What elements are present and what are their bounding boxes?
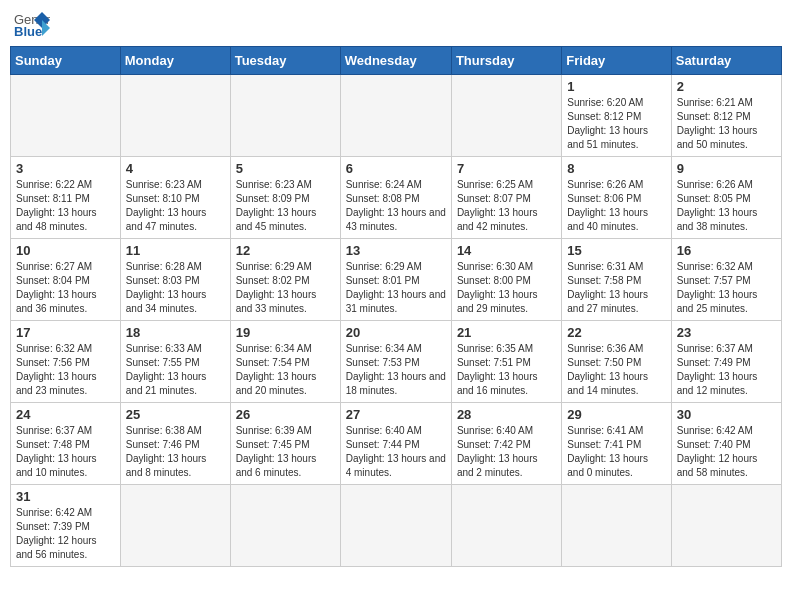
calendar-cell: 6Sunrise: 6:24 AM Sunset: 8:08 PM Daylig… [340, 157, 451, 239]
day-number: 30 [677, 407, 776, 422]
calendar-cell: 24Sunrise: 6:37 AM Sunset: 7:48 PM Dayli… [11, 403, 121, 485]
day-number: 10 [16, 243, 115, 258]
calendar-week-row: 1Sunrise: 6:20 AM Sunset: 8:12 PM Daylig… [11, 75, 782, 157]
calendar-cell: 11Sunrise: 6:28 AM Sunset: 8:03 PM Dayli… [120, 239, 230, 321]
day-number: 15 [567, 243, 665, 258]
calendar-cell: 5Sunrise: 6:23 AM Sunset: 8:09 PM Daylig… [230, 157, 340, 239]
calendar-cell: 7Sunrise: 6:25 AM Sunset: 8:07 PM Daylig… [451, 157, 561, 239]
day-info: Sunrise: 6:23 AM Sunset: 8:09 PM Dayligh… [236, 178, 335, 234]
col-header-friday: Friday [562, 47, 671, 75]
calendar-cell [562, 485, 671, 567]
day-info: Sunrise: 6:22 AM Sunset: 8:11 PM Dayligh… [16, 178, 115, 234]
day-info: Sunrise: 6:30 AM Sunset: 8:00 PM Dayligh… [457, 260, 556, 316]
day-info: Sunrise: 6:27 AM Sunset: 8:04 PM Dayligh… [16, 260, 115, 316]
day-number: 1 [567, 79, 665, 94]
day-number: 17 [16, 325, 115, 340]
calendar-cell [120, 485, 230, 567]
day-info: Sunrise: 6:34 AM Sunset: 7:54 PM Dayligh… [236, 342, 335, 398]
day-info: Sunrise: 6:20 AM Sunset: 8:12 PM Dayligh… [567, 96, 665, 152]
day-info: Sunrise: 6:25 AM Sunset: 8:07 PM Dayligh… [457, 178, 556, 234]
day-info: Sunrise: 6:41 AM Sunset: 7:41 PM Dayligh… [567, 424, 665, 480]
day-number: 26 [236, 407, 335, 422]
calendar-week-row: 10Sunrise: 6:27 AM Sunset: 8:04 PM Dayli… [11, 239, 782, 321]
generalblue-logo-icon: General Blue [14, 10, 50, 38]
col-header-sunday: Sunday [11, 47, 121, 75]
day-number: 25 [126, 407, 225, 422]
calendar-cell: 20Sunrise: 6:34 AM Sunset: 7:53 PM Dayli… [340, 321, 451, 403]
day-number: 29 [567, 407, 665, 422]
calendar-header-row: SundayMondayTuesdayWednesdayThursdayFrid… [11, 47, 782, 75]
calendar-cell [11, 75, 121, 157]
day-number: 7 [457, 161, 556, 176]
day-number: 16 [677, 243, 776, 258]
day-info: Sunrise: 6:36 AM Sunset: 7:50 PM Dayligh… [567, 342, 665, 398]
calendar-cell [340, 75, 451, 157]
day-number: 18 [126, 325, 225, 340]
calendar-cell: 23Sunrise: 6:37 AM Sunset: 7:49 PM Dayli… [671, 321, 781, 403]
day-info: Sunrise: 6:31 AM Sunset: 7:58 PM Dayligh… [567, 260, 665, 316]
day-number: 22 [567, 325, 665, 340]
day-info: Sunrise: 6:34 AM Sunset: 7:53 PM Dayligh… [346, 342, 446, 398]
day-info: Sunrise: 6:32 AM Sunset: 7:56 PM Dayligh… [16, 342, 115, 398]
calendar-week-row: 31Sunrise: 6:42 AM Sunset: 7:39 PM Dayli… [11, 485, 782, 567]
calendar-cell [230, 485, 340, 567]
col-header-tuesday: Tuesday [230, 47, 340, 75]
day-number: 11 [126, 243, 225, 258]
calendar-cell: 9Sunrise: 6:26 AM Sunset: 8:05 PM Daylig… [671, 157, 781, 239]
col-header-wednesday: Wednesday [340, 47, 451, 75]
day-info: Sunrise: 6:37 AM Sunset: 7:49 PM Dayligh… [677, 342, 776, 398]
calendar-cell: 31Sunrise: 6:42 AM Sunset: 7:39 PM Dayli… [11, 485, 121, 567]
calendar-cell: 10Sunrise: 6:27 AM Sunset: 8:04 PM Dayli… [11, 239, 121, 321]
day-number: 9 [677, 161, 776, 176]
day-info: Sunrise: 6:29 AM Sunset: 8:02 PM Dayligh… [236, 260, 335, 316]
day-info: Sunrise: 6:24 AM Sunset: 8:08 PM Dayligh… [346, 178, 446, 234]
day-info: Sunrise: 6:23 AM Sunset: 8:10 PM Dayligh… [126, 178, 225, 234]
day-number: 23 [677, 325, 776, 340]
logo: General Blue [14, 10, 50, 38]
calendar-cell: 17Sunrise: 6:32 AM Sunset: 7:56 PM Dayli… [11, 321, 121, 403]
col-header-monday: Monday [120, 47, 230, 75]
calendar-cell [230, 75, 340, 157]
page-header: General Blue [10, 10, 782, 38]
calendar-table: SundayMondayTuesdayWednesdayThursdayFrid… [10, 46, 782, 567]
day-number: 24 [16, 407, 115, 422]
calendar-cell: 16Sunrise: 6:32 AM Sunset: 7:57 PM Dayli… [671, 239, 781, 321]
day-number: 27 [346, 407, 446, 422]
calendar-cell: 8Sunrise: 6:26 AM Sunset: 8:06 PM Daylig… [562, 157, 671, 239]
day-number: 3 [16, 161, 115, 176]
calendar-cell: 25Sunrise: 6:38 AM Sunset: 7:46 PM Dayli… [120, 403, 230, 485]
calendar-cell: 19Sunrise: 6:34 AM Sunset: 7:54 PM Dayli… [230, 321, 340, 403]
calendar-week-row: 3Sunrise: 6:22 AM Sunset: 8:11 PM Daylig… [11, 157, 782, 239]
day-number: 12 [236, 243, 335, 258]
day-info: Sunrise: 6:42 AM Sunset: 7:39 PM Dayligh… [16, 506, 115, 562]
calendar-cell: 30Sunrise: 6:42 AM Sunset: 7:40 PM Dayli… [671, 403, 781, 485]
day-info: Sunrise: 6:28 AM Sunset: 8:03 PM Dayligh… [126, 260, 225, 316]
calendar-cell: 27Sunrise: 6:40 AM Sunset: 7:44 PM Dayli… [340, 403, 451, 485]
day-number: 19 [236, 325, 335, 340]
calendar-week-row: 24Sunrise: 6:37 AM Sunset: 7:48 PM Dayli… [11, 403, 782, 485]
calendar-cell [120, 75, 230, 157]
day-number: 6 [346, 161, 446, 176]
day-info: Sunrise: 6:40 AM Sunset: 7:42 PM Dayligh… [457, 424, 556, 480]
calendar-cell: 29Sunrise: 6:41 AM Sunset: 7:41 PM Dayli… [562, 403, 671, 485]
day-info: Sunrise: 6:38 AM Sunset: 7:46 PM Dayligh… [126, 424, 225, 480]
calendar-cell: 28Sunrise: 6:40 AM Sunset: 7:42 PM Dayli… [451, 403, 561, 485]
day-info: Sunrise: 6:35 AM Sunset: 7:51 PM Dayligh… [457, 342, 556, 398]
calendar-cell: 26Sunrise: 6:39 AM Sunset: 7:45 PM Dayli… [230, 403, 340, 485]
calendar-cell [340, 485, 451, 567]
day-info: Sunrise: 6:37 AM Sunset: 7:48 PM Dayligh… [16, 424, 115, 480]
day-info: Sunrise: 6:29 AM Sunset: 8:01 PM Dayligh… [346, 260, 446, 316]
calendar-cell [451, 75, 561, 157]
col-header-thursday: Thursday [451, 47, 561, 75]
day-info: Sunrise: 6:33 AM Sunset: 7:55 PM Dayligh… [126, 342, 225, 398]
calendar-cell: 4Sunrise: 6:23 AM Sunset: 8:10 PM Daylig… [120, 157, 230, 239]
day-number: 21 [457, 325, 556, 340]
day-number: 8 [567, 161, 665, 176]
day-number: 13 [346, 243, 446, 258]
day-info: Sunrise: 6:21 AM Sunset: 8:12 PM Dayligh… [677, 96, 776, 152]
day-number: 2 [677, 79, 776, 94]
calendar-cell: 12Sunrise: 6:29 AM Sunset: 8:02 PM Dayli… [230, 239, 340, 321]
day-number: 28 [457, 407, 556, 422]
svg-text:Blue: Blue [14, 24, 42, 38]
calendar-cell [671, 485, 781, 567]
